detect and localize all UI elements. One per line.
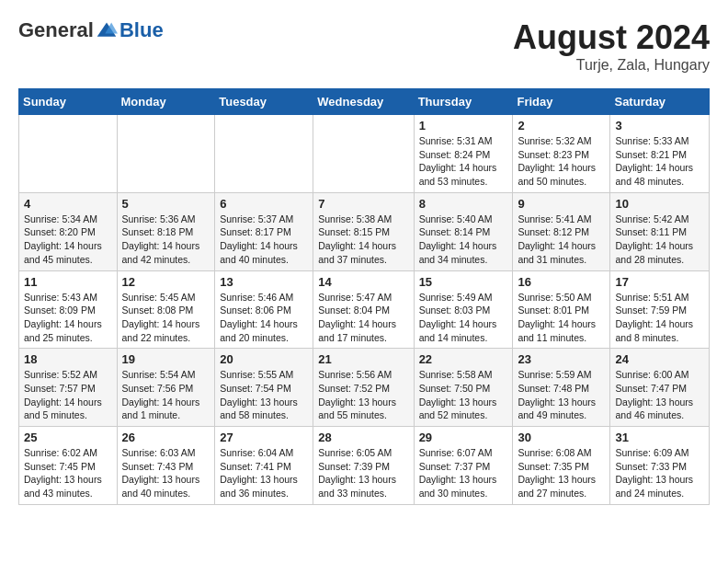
calendar-week-row: 11Sunrise: 5:43 AMSunset: 8:09 PMDayligh… (19, 270, 710, 349)
calendar-day-header: Wednesday (313, 89, 414, 115)
day-number: 16 (518, 275, 605, 289)
calendar-week-row: 25Sunrise: 6:02 AMSunset: 7:45 PMDayligh… (19, 427, 710, 505)
calendar-cell: 12Sunrise: 5:45 AMSunset: 8:08 PMDayligh… (117, 270, 215, 349)
day-number: 9 (518, 197, 605, 211)
calendar-cell: 2Sunrise: 5:32 AMSunset: 8:23 PMDaylight… (513, 115, 610, 193)
calendar-cell (19, 115, 118, 193)
title-block: August 2024 Turje, Zala, Hungary (513, 18, 710, 74)
day-content: Sunrise: 5:54 AMSunset: 7:56 PMDaylight:… (122, 368, 210, 422)
day-content: Sunrise: 5:37 AMSunset: 8:17 PMDaylight:… (220, 213, 308, 267)
calendar-cell: 28Sunrise: 6:05 AMSunset: 7:39 PMDayligh… (313, 427, 414, 505)
calendar-day-header: Sunday (19, 89, 118, 115)
calendar-cell: 29Sunrise: 6:07 AMSunset: 7:37 PMDayligh… (414, 427, 513, 505)
day-number: 30 (518, 431, 605, 444)
logo-icon (96, 19, 118, 41)
day-number: 8 (419, 197, 508, 211)
day-content: Sunrise: 5:58 AMSunset: 7:50 PMDaylight:… (419, 368, 508, 422)
day-number: 11 (24, 275, 112, 289)
calendar-cell (215, 115, 313, 193)
calendar-day-header: Friday (513, 89, 610, 115)
day-content: Sunrise: 5:55 AMSunset: 7:54 PMDaylight:… (220, 368, 308, 422)
calendar-cell (313, 115, 414, 193)
day-content: Sunrise: 5:50 AMSunset: 8:01 PMDaylight:… (518, 291, 605, 345)
calendar-week-row: 18Sunrise: 5:52 AMSunset: 7:57 PMDayligh… (19, 349, 710, 427)
calendar-cell: 1Sunrise: 5:31 AMSunset: 8:24 PMDaylight… (414, 115, 513, 193)
day-number: 27 (220, 431, 308, 444)
calendar-cell: 14Sunrise: 5:47 AMSunset: 8:04 PMDayligh… (313, 270, 414, 349)
calendar-cell: 21Sunrise: 5:56 AMSunset: 7:52 PMDayligh… (313, 349, 414, 427)
calendar-week-row: 1Sunrise: 5:31 AMSunset: 8:24 PMDaylight… (19, 115, 710, 193)
calendar-cell: 5Sunrise: 5:36 AMSunset: 8:18 PMDaylight… (117, 192, 215, 270)
day-number: 29 (419, 431, 508, 444)
day-content: Sunrise: 6:00 AMSunset: 7:47 PMDaylight:… (615, 368, 704, 422)
day-number: 14 (318, 275, 408, 289)
day-content: Sunrise: 5:59 AMSunset: 7:48 PMDaylight:… (518, 368, 605, 422)
day-content: Sunrise: 6:08 AMSunset: 7:35 PMDaylight:… (518, 446, 605, 500)
day-number: 3 (615, 119, 704, 132)
day-content: Sunrise: 5:42 AMSunset: 8:11 PMDaylight:… (615, 213, 704, 267)
calendar-cell: 3Sunrise: 5:33 AMSunset: 8:21 PMDaylight… (610, 115, 710, 193)
day-number: 10 (615, 197, 704, 211)
day-content: Sunrise: 5:38 AMSunset: 8:15 PMDaylight:… (318, 213, 408, 267)
day-number: 17 (615, 275, 704, 289)
day-content: Sunrise: 5:47 AMSunset: 8:04 PMDaylight:… (318, 291, 408, 345)
calendar-cell: 17Sunrise: 5:51 AMSunset: 7:59 PMDayligh… (610, 270, 710, 349)
day-content: Sunrise: 5:36 AMSunset: 8:18 PMDaylight:… (122, 213, 210, 267)
day-number: 2 (518, 119, 605, 132)
calendar-cell: 25Sunrise: 6:02 AMSunset: 7:45 PMDayligh… (19, 427, 118, 505)
logo-general-text: General (18, 18, 94, 42)
calendar-cell: 31Sunrise: 6:09 AMSunset: 7:33 PMDayligh… (610, 427, 710, 505)
calendar-cell: 9Sunrise: 5:41 AMSunset: 8:12 PMDaylight… (513, 192, 610, 270)
location-subtitle: Turje, Zala, Hungary (513, 57, 710, 74)
day-number: 19 (122, 352, 210, 366)
day-content: Sunrise: 5:32 AMSunset: 8:23 PMDaylight:… (518, 134, 605, 189)
day-number: 12 (122, 275, 210, 289)
calendar-cell: 11Sunrise: 5:43 AMSunset: 8:09 PMDayligh… (19, 270, 118, 349)
calendar-cell: 22Sunrise: 5:58 AMSunset: 7:50 PMDayligh… (414, 349, 513, 427)
calendar-day-header: Tuesday (215, 89, 313, 115)
calendar-cell: 7Sunrise: 5:38 AMSunset: 8:15 PMDaylight… (313, 192, 414, 270)
page-header: General Blue August 2024 Turje, Zala, Hu… (18, 18, 710, 74)
calendar-cell (117, 115, 215, 193)
calendar-cell: 20Sunrise: 5:55 AMSunset: 7:54 PMDayligh… (215, 349, 313, 427)
day-content: Sunrise: 5:34 AMSunset: 8:20 PMDaylight:… (24, 213, 112, 267)
day-number: 5 (122, 197, 210, 211)
calendar-cell: 16Sunrise: 5:50 AMSunset: 8:01 PMDayligh… (513, 270, 610, 349)
day-content: Sunrise: 6:04 AMSunset: 7:41 PMDaylight:… (220, 446, 308, 500)
calendar-day-header: Saturday (610, 89, 710, 115)
calendar-cell: 19Sunrise: 5:54 AMSunset: 7:56 PMDayligh… (117, 349, 215, 427)
logo-blue-text: Blue (119, 18, 164, 42)
day-content: Sunrise: 5:41 AMSunset: 8:12 PMDaylight:… (518, 213, 605, 267)
day-number: 31 (615, 431, 704, 444)
day-number: 20 (220, 352, 308, 366)
day-number: 24 (615, 352, 704, 366)
day-content: Sunrise: 5:33 AMSunset: 8:21 PMDaylight:… (615, 134, 704, 189)
day-number: 15 (419, 275, 508, 289)
calendar-cell: 30Sunrise: 6:08 AMSunset: 7:35 PMDayligh… (513, 427, 610, 505)
day-number: 6 (220, 197, 308, 211)
day-content: Sunrise: 5:46 AMSunset: 8:06 PMDaylight:… (220, 291, 308, 345)
calendar-cell: 18Sunrise: 5:52 AMSunset: 7:57 PMDayligh… (19, 349, 118, 427)
calendar-cell: 8Sunrise: 5:40 AMSunset: 8:14 PMDaylight… (414, 192, 513, 270)
day-content: Sunrise: 6:09 AMSunset: 7:33 PMDaylight:… (615, 446, 704, 500)
day-number: 23 (518, 352, 605, 366)
calendar-cell: 4Sunrise: 5:34 AMSunset: 8:20 PMDaylight… (19, 192, 118, 270)
day-number: 25 (24, 431, 112, 444)
day-number: 18 (24, 352, 112, 366)
calendar-cell: 23Sunrise: 5:59 AMSunset: 7:48 PMDayligh… (513, 349, 610, 427)
day-content: Sunrise: 5:49 AMSunset: 8:03 PMDaylight:… (419, 291, 508, 345)
calendar-cell: 24Sunrise: 6:00 AMSunset: 7:47 PMDayligh… (610, 349, 710, 427)
day-number: 13 (220, 275, 308, 289)
calendar-cell: 6Sunrise: 5:37 AMSunset: 8:17 PMDaylight… (215, 192, 313, 270)
calendar-cell: 27Sunrise: 6:04 AMSunset: 7:41 PMDayligh… (215, 427, 313, 505)
day-content: Sunrise: 6:02 AMSunset: 7:45 PMDaylight:… (24, 446, 112, 500)
logo: General Blue (18, 18, 164, 42)
calendar-cell: 10Sunrise: 5:42 AMSunset: 8:11 PMDayligh… (610, 192, 710, 270)
day-content: Sunrise: 6:05 AMSunset: 7:39 PMDaylight:… (318, 446, 408, 500)
day-number: 28 (318, 431, 408, 444)
day-number: 4 (24, 197, 112, 211)
calendar-cell: 26Sunrise: 6:03 AMSunset: 7:43 PMDayligh… (117, 427, 215, 505)
day-content: Sunrise: 5:45 AMSunset: 8:08 PMDaylight:… (122, 291, 210, 345)
day-content: Sunrise: 5:51 AMSunset: 7:59 PMDaylight:… (615, 291, 704, 345)
day-content: Sunrise: 6:03 AMSunset: 7:43 PMDaylight:… (122, 446, 210, 500)
